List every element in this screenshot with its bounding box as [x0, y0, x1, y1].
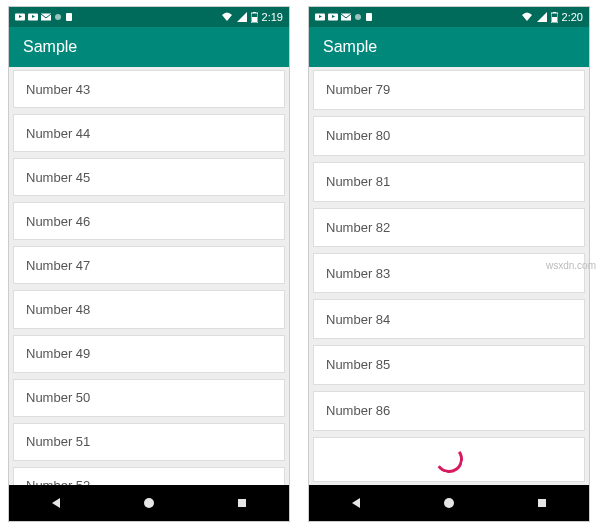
svg-rect-24 [552, 17, 557, 22]
list-item-label: Number 45 [26, 170, 90, 185]
svg-marker-21 [537, 12, 547, 22]
sim-icon [365, 12, 373, 22]
app-title: Sample [23, 38, 77, 56]
svg-rect-4 [41, 14, 51, 21]
status-bar: 2:19 [9, 7, 289, 27]
svg-point-19 [355, 14, 361, 20]
app-title: Sample [323, 38, 377, 56]
list-item[interactable]: Number 46 [13, 202, 285, 240]
list-item-label: Number 86 [326, 403, 390, 418]
back-button[interactable] [349, 496, 363, 510]
svg-marker-25 [352, 498, 360, 508]
list-item[interactable]: Number 83 [313, 253, 585, 293]
list-item[interactable]: Number 45 [13, 158, 285, 196]
youtube-icon [28, 12, 38, 22]
screenshot-pair: 2:19 Sample Number 43 Number 44 Number 4… [0, 0, 600, 528]
battery-icon [551, 12, 558, 23]
list-item-label: Number 82 [326, 220, 390, 235]
list-item-label: Number 80 [326, 128, 390, 143]
svg-point-26 [444, 498, 454, 508]
clock: 2:19 [262, 11, 283, 23]
svg-rect-10 [252, 17, 257, 22]
svg-rect-13 [238, 499, 246, 507]
list-view[interactable]: Number 43 Number 44 Number 45 Number 46 … [9, 67, 289, 485]
list-item[interactable]: Number 81 [313, 162, 585, 202]
svg-rect-9 [253, 12, 256, 13]
svg-rect-18 [341, 14, 351, 21]
nav-bar [9, 485, 289, 521]
recent-button[interactable] [235, 496, 249, 510]
youtube-icon [15, 12, 25, 22]
list-item[interactable]: Number 44 [13, 114, 285, 152]
list-item-label: Number 46 [26, 214, 90, 229]
svg-rect-20 [366, 13, 372, 21]
wifi-icon [221, 12, 233, 22]
list-item-label: Number 50 [26, 390, 90, 405]
list-item-label: Number 81 [326, 174, 390, 189]
sim-icon [65, 12, 73, 22]
svg-marker-7 [237, 12, 247, 22]
clock: 2:20 [562, 11, 583, 23]
list-item-label: Number 44 [26, 126, 90, 141]
list-item[interactable]: Number 51 [13, 423, 285, 461]
home-button[interactable] [442, 496, 456, 510]
wifi-icon [521, 12, 533, 22]
svg-rect-6 [66, 13, 72, 21]
phone-left: 2:19 Sample Number 43 Number 44 Number 4… [8, 6, 290, 522]
list-item[interactable]: Number 85 [313, 345, 585, 385]
list-item[interactable]: Number 52 [13, 467, 285, 485]
status-left [315, 12, 373, 22]
youtube-icon [315, 12, 325, 22]
app-bar: Sample [309, 27, 589, 67]
dot-icon [354, 12, 362, 22]
nav-bar [309, 485, 589, 521]
svg-rect-27 [538, 499, 546, 507]
recent-button[interactable] [535, 496, 549, 510]
svg-rect-23 [553, 12, 556, 13]
battery-icon [251, 12, 258, 23]
list-item-label: Number 51 [26, 434, 90, 449]
svg-point-12 [144, 498, 154, 508]
mail-icon [341, 12, 351, 22]
list-item-label: Number 52 [26, 478, 90, 485]
list-item-label: Number 47 [26, 258, 90, 273]
home-button[interactable] [142, 496, 156, 510]
youtube-icon [328, 12, 338, 22]
list-item-label: Number 43 [26, 82, 90, 97]
list-item-label: Number 85 [326, 357, 390, 372]
list-item[interactable]: Number 48 [13, 290, 285, 328]
status-right: 2:20 [521, 11, 583, 23]
list-item[interactable]: Number 84 [313, 299, 585, 339]
list-item-label: Number 48 [26, 302, 90, 317]
back-button[interactable] [49, 496, 63, 510]
signal-icon [537, 12, 547, 22]
list-item-label: Number 84 [326, 312, 390, 327]
list-item-label: Number 49 [26, 346, 90, 361]
watermark: wsxdn.com [546, 260, 596, 271]
status-bar: 2:20 [309, 7, 589, 27]
loading-row [313, 437, 585, 482]
list-view[interactable]: Number 79 Number 80 Number 81 Number 82 … [309, 67, 589, 485]
list-item[interactable]: Number 47 [13, 246, 285, 284]
app-bar: Sample [9, 27, 289, 67]
list-item[interactable]: Number 86 [313, 391, 585, 431]
list-item-label: Number 83 [326, 266, 390, 281]
status-left [15, 12, 73, 22]
mail-icon [41, 12, 51, 22]
status-right: 2:19 [221, 11, 283, 23]
list-item[interactable]: Number 43 [13, 70, 285, 108]
list-item[interactable]: Number 50 [13, 379, 285, 417]
list-item[interactable]: Number 79 [313, 70, 585, 110]
list-item[interactable]: Number 80 [313, 116, 585, 156]
svg-point-5 [55, 14, 61, 20]
svg-marker-11 [52, 498, 60, 508]
dot-icon [54, 12, 62, 22]
list-item[interactable]: Number 49 [13, 335, 285, 373]
list-item-label: Number 79 [326, 82, 390, 97]
list-item[interactable]: Number 82 [313, 208, 585, 248]
signal-icon [237, 12, 247, 22]
progress-spinner-icon [433, 443, 465, 475]
